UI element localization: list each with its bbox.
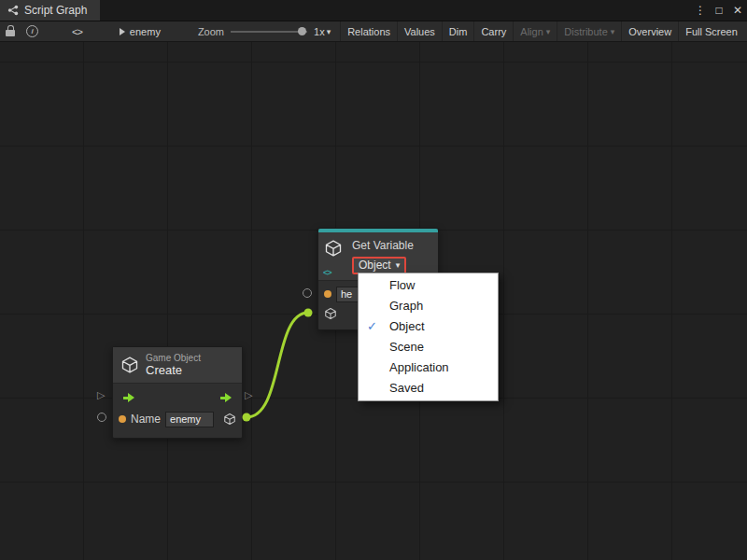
flow-out-arrow-icon[interactable] xyxy=(220,393,232,402)
flow-in-arrow-icon[interactable] xyxy=(123,393,134,402)
chevron-down-icon: ▾ xyxy=(546,27,551,36)
button-label: Overview xyxy=(628,26,671,37)
tab-title: Script Graph xyxy=(24,4,87,17)
chevron-down-icon: ▾ xyxy=(327,27,331,36)
toolbar-button-carry[interactable]: Carry xyxy=(473,21,513,41)
button-label: Values xyxy=(404,26,435,37)
node-create-game-object[interactable]: Game Object Create Name enemy xyxy=(112,346,243,439)
zoom-label: Zoom xyxy=(198,26,224,37)
variable-cube-icon: <> xyxy=(324,239,346,274)
menu-item-application[interactable]: Application xyxy=(359,357,498,378)
toolbar-button-overview[interactable]: Overview xyxy=(621,21,678,41)
menu-item-label: Saved xyxy=(389,381,424,395)
game-object-output-port[interactable] xyxy=(223,413,236,426)
node-header[interactable]: Game Object Create xyxy=(113,347,242,384)
menu-item-saved[interactable]: Saved xyxy=(359,378,498,399)
graph-name: enemy xyxy=(130,26,161,37)
toolbar-button-values[interactable]: Values xyxy=(397,21,442,41)
button-label: Full Screen xyxy=(685,26,738,37)
name-input-port[interactable] xyxy=(97,413,106,422)
variable-kind-dropdown[interactable]: Object ▾ xyxy=(352,257,406,274)
menu-item-flow[interactable]: Flow xyxy=(359,275,498,296)
cube-icon xyxy=(223,413,236,426)
kind-value: Object xyxy=(359,259,391,272)
toolbar-button-fullscreen[interactable]: Full Screen xyxy=(678,21,744,41)
zoom-value[interactable]: 1x ▾ xyxy=(314,26,331,37)
menu-item-label: Flow xyxy=(389,278,415,292)
script-graph-icon xyxy=(7,5,19,16)
chevron-down-icon: ▾ xyxy=(611,27,615,36)
toolbar-button-group: Relations Values Dim Carry Align ▾ Distr… xyxy=(340,21,744,41)
menu-item-label: Object xyxy=(389,319,425,333)
variable-name-port[interactable] xyxy=(303,288,312,298)
button-label: Relations xyxy=(347,26,390,37)
tab-script-graph[interactable]: Script Graph xyxy=(0,0,100,21)
graph-toolbar: i <> enemy Zoom 1x ▾ Relations Values Di… xyxy=(0,21,747,42)
zoom-value-text: 1x xyxy=(314,26,325,37)
toolbar-button-distribute[interactable]: Distribute ▾ xyxy=(557,21,621,41)
menu-item-scene[interactable]: Scene xyxy=(359,337,498,357)
button-label: Align xyxy=(520,26,543,37)
node-category: Game Object xyxy=(146,353,201,363)
cube-icon xyxy=(120,356,139,374)
node-title: Create xyxy=(146,363,201,377)
code-view-button[interactable]: <> xyxy=(66,26,88,37)
button-label: Carry xyxy=(481,26,506,37)
cube-icon xyxy=(324,239,343,258)
cube-icon[interactable] xyxy=(324,307,337,320)
kind-dropdown-menu: Flow Graph ✓ Object Scene Application Sa… xyxy=(358,273,499,401)
name-value-field[interactable]: enemy xyxy=(165,412,214,427)
close-icon[interactable]: ✕ xyxy=(728,0,747,21)
toolbar-button-relations[interactable]: Relations xyxy=(340,21,397,41)
menu-item-object[interactable]: ✓ Object xyxy=(359,316,498,337)
code-badge-icon: <> xyxy=(323,268,331,277)
zoom-slider[interactable] xyxy=(231,31,307,33)
menu-item-label: Graph xyxy=(389,299,423,313)
menu-item-label: Application xyxy=(389,360,449,374)
check-icon: ✓ xyxy=(367,316,377,337)
zoom-slider-handle[interactable] xyxy=(298,27,306,35)
string-port-icon[interactable] xyxy=(324,290,331,298)
graph-canvas[interactable]: ▷ ▷ Game Object Create Name enemy xyxy=(0,42,747,560)
node-header-text: Game Object Create xyxy=(146,353,201,377)
maximize-icon[interactable]: □ xyxy=(710,0,728,21)
menu-item-label: Scene xyxy=(389,340,424,354)
info-icon[interactable]: i xyxy=(26,25,38,37)
window-controls: ⋮ □ ✕ xyxy=(691,0,747,21)
toolbar-button-align[interactable]: Align ▾ xyxy=(513,21,557,41)
toolbar-button-dim[interactable]: Dim xyxy=(442,21,474,41)
port-label: Name xyxy=(131,413,161,426)
flow-input-port[interactable]: ▷ xyxy=(97,390,105,400)
window-menu-icon[interactable]: ⋮ xyxy=(691,0,710,21)
node-title: Get Variable xyxy=(352,239,414,252)
flow-port-row xyxy=(119,387,236,408)
menu-item-graph[interactable]: Graph xyxy=(359,296,498,316)
name-port-row: Name enemy xyxy=(119,408,236,430)
graph-breadcrumb[interactable]: enemy xyxy=(120,26,161,37)
title-bar: Script Graph ⋮ □ ✕ xyxy=(0,0,747,21)
button-label: Dim xyxy=(449,26,468,37)
string-port-icon[interactable] xyxy=(119,415,126,423)
flow-output-port[interactable]: ▷ xyxy=(245,390,252,400)
button-label: Distribute xyxy=(564,26,607,37)
node-body: Name enemy xyxy=(113,384,242,438)
node-header-text: Get Variable Object ▾ xyxy=(352,239,414,274)
chevron-down-icon: ▾ xyxy=(396,260,401,270)
breadcrumb-arrow-icon xyxy=(120,28,125,35)
lock-icon[interactable] xyxy=(6,30,15,36)
